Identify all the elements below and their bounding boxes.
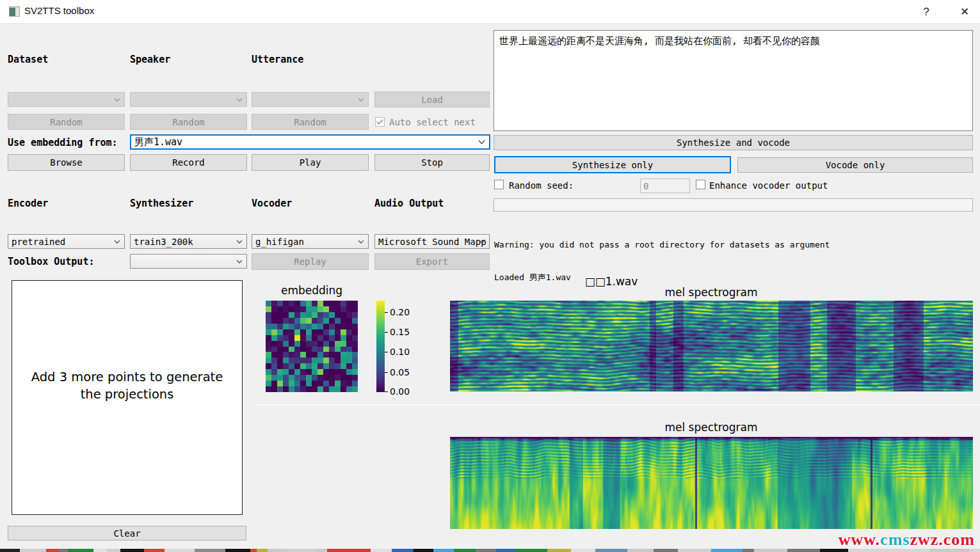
- random-seed-label: Random seed:: [509, 180, 574, 191]
- text-to-synthesize-input[interactable]: 世界上最遥远的距离不是天涯海角, 而是我站在你面前, 却看不见你的容颜: [494, 30, 973, 131]
- clear-button[interactable]: Clear: [8, 526, 246, 540]
- audio-output-value: Microsoft Sound Mapp: [378, 237, 486, 247]
- close-button[interactable]: ✕: [955, 4, 974, 20]
- chevron-down-icon: [114, 98, 120, 102]
- title-bar: [0, 0, 980, 24]
- utterance-label: Utterance: [252, 54, 303, 65]
- umap-projections-panel[interactable]: Add 3 more points to generate the projec…: [12, 280, 243, 515]
- stop-button[interactable]: Stop: [374, 154, 490, 171]
- projections-message: Add 3 more points to generate the projec…: [28, 369, 227, 403]
- speaker-select[interactable]: [130, 92, 247, 107]
- encoder-label: Encoder: [8, 198, 48, 209]
- checkmark-icon: [376, 119, 383, 125]
- utterance-select[interactable]: [252, 92, 369, 107]
- synthesizer-label: Synthesizer: [130, 198, 193, 209]
- mel-spectrogram-synthesized: [450, 301, 973, 391]
- synthesize-and-vocode-button[interactable]: Synthesize and vocode: [494, 135, 973, 150]
- enhance-vocoder-checkbox[interactable]: [696, 180, 705, 189]
- chevron-down-icon: [114, 240, 120, 244]
- dataset-label: Dataset: [8, 54, 48, 65]
- synthesizer-value: train3_200k: [134, 237, 193, 247]
- colorbar-tick-label: 0.00: [390, 386, 410, 397]
- colorbar-tick: [385, 332, 388, 333]
- colorbar-tick: [385, 352, 388, 352]
- colorbar-tick: [385, 372, 388, 373]
- watermark-suffix: zwz.com: [910, 530, 975, 549]
- chevron-down-icon: [236, 260, 243, 264]
- site-watermark: www.cmszwz.com: [839, 530, 975, 549]
- colorbar-tick-label: 0.10: [390, 347, 410, 357]
- speaker-random-button[interactable]: Random: [130, 114, 247, 130]
- use-embedding-from-label: Use embedding from:: [8, 137, 118, 148]
- speaker-label: Speaker: [130, 54, 170, 65]
- vocoder-label: Vocoder: [252, 198, 292, 209]
- browse-button[interactable]: Browse: [8, 154, 125, 171]
- audio-output-label: Audio Output: [374, 198, 444, 209]
- dataset-random-button[interactable]: Random: [8, 114, 125, 130]
- record-button[interactable]: Record: [130, 154, 247, 171]
- random-seed-checkbox[interactable]: [494, 180, 504, 189]
- play-button[interactable]: Play: [252, 154, 369, 171]
- colorbar-tick-label: 0.20: [390, 307, 410, 317]
- vocoder-select[interactable]: g_hifigan: [252, 234, 369, 249]
- app-window: SV2TTS toolbox ? ✕ Dataset Speaker Utter…: [0, 0, 980, 552]
- load-button[interactable]: Load: [374, 91, 490, 107]
- embedding-heatmap: [266, 301, 358, 392]
- seed-input[interactable]: [640, 178, 690, 193]
- chevron-down-icon: [358, 98, 364, 102]
- audio-output-select[interactable]: Microsoft Sound Mapp: [374, 234, 490, 249]
- panel-divider: [254, 404, 980, 406]
- vocoder-value: g_hifigan: [255, 237, 304, 247]
- help-button[interactable]: ?: [917, 4, 936, 20]
- export-button[interactable]: Export: [374, 253, 490, 270]
- embedding-source-select[interactable]: 男声1.wav: [130, 134, 490, 150]
- watermark-prefix: www.: [839, 530, 880, 549]
- vocode-only-button[interactable]: Vocode only: [737, 157, 973, 173]
- synthesizer-select[interactable]: train3_200k: [130, 234, 247, 249]
- chevron-down-icon: [478, 140, 485, 145]
- mel-spectrogram-target: [450, 437, 973, 529]
- log-line: Warning: you did not pass a root directo…: [494, 239, 973, 250]
- dataset-select[interactable]: [8, 92, 125, 107]
- toolbox-output-select[interactable]: [130, 254, 247, 269]
- window-title: SV2TTS toolbox: [24, 5, 94, 16]
- colorbar-tick-label: 0.05: [390, 367, 410, 377]
- colorbar-tick: [385, 312, 388, 313]
- replay-button[interactable]: Replay: [252, 253, 369, 270]
- embedding-title: embedding: [261, 284, 363, 297]
- enhance-vocoder-label: Enhance vocoder output: [709, 180, 828, 191]
- encoder-value: pretrained: [12, 237, 65, 247]
- auto-select-next-label: Auto select next: [389, 117, 476, 127]
- toolbox-output-label: Toolbox Output:: [8, 256, 94, 267]
- app-icon: [9, 6, 20, 17]
- watermark-mid: cms: [880, 530, 910, 549]
- encoder-select[interactable]: pretrained: [8, 234, 125, 249]
- embedding-colorbar: [376, 301, 385, 392]
- embedding-source-value: 男声1.wav: [134, 136, 182, 148]
- chevron-down-icon: [479, 240, 485, 244]
- mel-spectrogram-title: mel spectrogram: [647, 286, 775, 299]
- synthesize-only-button[interactable]: Synthesize only: [494, 156, 731, 173]
- chevron-down-icon: [236, 98, 243, 102]
- taskbar-strip: [0, 549, 980, 552]
- progress-bar: [494, 198, 973, 212]
- colorbar-tick-label: 0.15: [390, 327, 410, 337]
- auto-select-next-checkbox[interactable]: [375, 117, 385, 127]
- chevron-down-icon: [236, 240, 243, 244]
- chevron-down-icon: [358, 240, 364, 244]
- mel-spectrogram-title: mel spectrogram: [647, 421, 775, 434]
- utterance-random-button[interactable]: Random: [252, 114, 369, 130]
- colorbar-tick: [385, 391, 388, 392]
